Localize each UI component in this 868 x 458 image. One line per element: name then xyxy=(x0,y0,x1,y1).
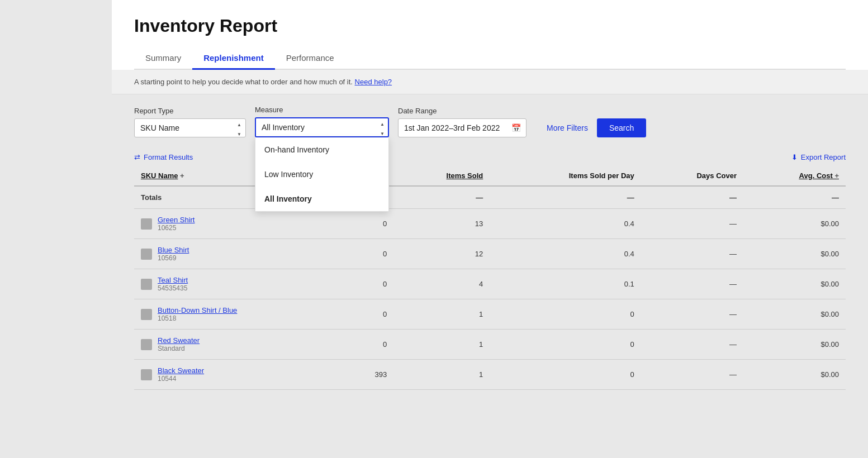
measure-select[interactable]: All Inventory xyxy=(255,117,389,137)
totals-days-cover: — xyxy=(641,186,743,209)
need-help-link[interactable]: Need help? xyxy=(355,78,392,86)
row-sku-info: Black Sweater 10544 xyxy=(158,366,204,383)
page-title: Inventory Report xyxy=(134,16,846,36)
totals-items-sold-per-day: — xyxy=(490,186,641,209)
tab-replenishment[interactable]: Replenishment xyxy=(192,47,275,70)
tab-performance[interactable]: Performance xyxy=(275,47,345,70)
format-results-button[interactable]: ⇄ Format Results xyxy=(134,153,193,161)
col-items-sold-per-day: Items Sold per Day xyxy=(490,166,641,186)
inventory-table: SKU Name + Items Sold Items Sold per Day… xyxy=(134,166,846,390)
row-avg-cost: $0.00 xyxy=(743,299,846,330)
row-items-sold-per-day: 0.4 xyxy=(490,209,641,239)
col-avg-cost[interactable]: Avg. Cost + xyxy=(743,166,846,186)
row-items-sold: 1 xyxy=(393,299,490,330)
row-items-sold-per-day: 0 xyxy=(490,360,641,390)
avg-cost-label: Avg. Cost xyxy=(799,171,833,180)
table-row: Blue Shirt 10569 0 12 0.4 — $0.00 xyxy=(134,239,846,269)
row-on-hand: 0 xyxy=(345,299,394,330)
row-sku-code: 10569 xyxy=(158,254,189,262)
row-on-hand: 0 xyxy=(345,269,394,299)
table-header-row: SKU Name + Items Sold Items Sold per Day… xyxy=(134,166,846,186)
table-row: Green Shirt 10625 0 13 0.4 — $0.00 xyxy=(134,209,846,239)
row-sku-name[interactable]: Button-Down Shirt / Blue xyxy=(158,306,237,314)
row-days-cover: — xyxy=(641,239,743,269)
col-days-cover: Days Cover xyxy=(641,166,743,186)
avg-cost-plus[interactable]: + xyxy=(833,171,839,180)
tab-summary[interactable]: Summary xyxy=(134,47,192,70)
row-sku-icon xyxy=(141,279,152,290)
format-results-icon: ⇄ xyxy=(134,153,140,161)
measure-option-low[interactable]: Low Inventory xyxy=(255,162,388,187)
totals-items-sold: — xyxy=(393,186,490,209)
row-sku-cell: Red Sweater Standard xyxy=(134,330,345,360)
table-controls: ⇄ Format Results ⬇ Export Report xyxy=(112,149,868,166)
row-sku-icon xyxy=(141,369,152,380)
row-sku-info: Teal Shirt 54535435 xyxy=(158,276,188,292)
row-sku-code: 54535435 xyxy=(158,284,188,292)
row-sku-icon xyxy=(141,339,152,350)
row-sku-name[interactable]: Green Shirt xyxy=(158,216,195,224)
row-sku-code: 10625 xyxy=(158,224,195,232)
row-avg-cost: $0.00 xyxy=(743,209,846,239)
table-wrapper: SKU Name + Items Sold Items Sold per Day… xyxy=(112,166,868,412)
description-text: A starting point to help you decide what… xyxy=(134,78,353,86)
measure-option-on-hand[interactable]: On-hand Inventory xyxy=(255,137,388,162)
row-items-sold-per-day: 0 xyxy=(490,299,641,330)
row-sku-info: Blue Shirt 10569 xyxy=(158,246,189,262)
row-sku-info: Red Sweater Standard xyxy=(158,336,200,352)
measure-group: Measure All Inventory On-hand Inventory … xyxy=(255,106,389,137)
row-sku-code: Standard xyxy=(158,345,200,352)
row-items-sold: 1 xyxy=(393,360,490,390)
format-results-label: Format Results xyxy=(144,153,193,161)
row-sku-cell: Button-Down Shirt / Blue 10518 xyxy=(134,299,345,330)
calendar-icon[interactable]: 📅 xyxy=(511,123,521,132)
table-row: Black Sweater 10544 393 1 0 — $0.00 xyxy=(134,360,846,390)
row-sku-cell: Black Sweater 10544 xyxy=(134,360,345,390)
export-report-button[interactable]: ⬇ Export Report xyxy=(791,153,846,161)
row-sku-name[interactable]: Black Sweater xyxy=(158,366,204,375)
row-sku-info: Button-Down Shirt / Blue 10518 xyxy=(158,306,237,322)
row-sku-code: 10544 xyxy=(158,375,204,383)
date-range-group: Date Range 📅 xyxy=(398,107,527,137)
table-row: Red Sweater Standard 0 1 0 — $0.00 xyxy=(134,330,846,360)
action-buttons: More Filters Search xyxy=(540,118,646,137)
col-items-sold[interactable]: Items Sold xyxy=(393,166,490,186)
row-on-hand: 0 xyxy=(345,239,394,269)
row-sku-icon xyxy=(141,218,152,230)
export-icon: ⬇ xyxy=(791,153,798,161)
more-filters-button[interactable]: More Filters xyxy=(544,119,590,137)
sku-name-plus[interactable]: + xyxy=(180,171,184,180)
row-items-sold: 4 xyxy=(393,269,490,299)
row-items-sold: 13 xyxy=(393,209,490,239)
row-sku-name[interactable]: Teal Shirt xyxy=(158,276,188,284)
search-button[interactable]: Search xyxy=(597,118,646,137)
date-range-label: Date Range xyxy=(398,107,527,115)
row-on-hand: 0 xyxy=(345,209,394,239)
row-sku-name[interactable]: Blue Shirt xyxy=(158,246,189,254)
tab-bar: Summary Replenishment Performance xyxy=(134,47,846,70)
row-days-cover: — xyxy=(641,209,743,239)
measure-select-wrapper: All Inventory xyxy=(255,117,389,137)
report-type-select[interactable]: SKU Name xyxy=(134,118,246,137)
row-sku-info: Green Shirt 10625 xyxy=(158,216,195,232)
row-avg-cost: $0.00 xyxy=(743,330,846,360)
table-row: Button-Down Shirt / Blue 10518 0 1 0 — $… xyxy=(134,299,846,330)
report-type-group: Report Type SKU Name xyxy=(134,107,246,137)
row-items-sold-per-day: 0.1 xyxy=(490,269,641,299)
totals-avg-cost: — xyxy=(743,186,846,209)
sku-name-header: SKU Name xyxy=(141,171,178,180)
measure-option-all[interactable]: All Inventory xyxy=(255,187,388,211)
row-on-hand: 0 xyxy=(345,330,394,360)
date-range-input[interactable] xyxy=(398,118,527,137)
row-days-cover: — xyxy=(641,330,743,360)
row-days-cover: — xyxy=(641,360,743,390)
row-sku-icon xyxy=(141,309,152,320)
row-sku-name[interactable]: Red Sweater xyxy=(158,336,200,345)
row-avg-cost: $0.00 xyxy=(743,239,846,269)
row-sku-cell: Teal Shirt 54535435 xyxy=(134,269,345,299)
row-items-sold-per-day: 0 xyxy=(490,330,641,360)
row-sku-cell: Blue Shirt 10569 xyxy=(134,239,345,269)
measure-dropdown: On-hand Inventory Low Inventory All Inve… xyxy=(255,137,389,212)
table-row: Teal Shirt 54535435 0 4 0.1 — $0.00 xyxy=(134,269,846,299)
totals-row: Totals 429 — — — — xyxy=(134,186,846,209)
